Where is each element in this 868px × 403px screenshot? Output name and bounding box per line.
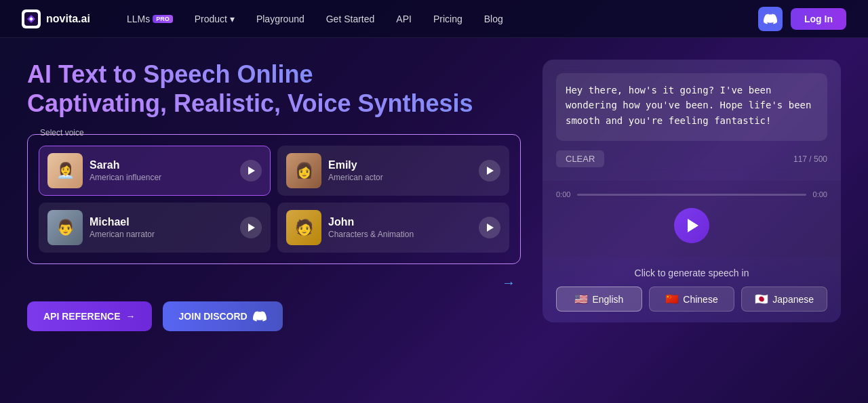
voice-card-john[interactable]: 🧑 John Characters & Animation: [277, 203, 509, 253]
language-label-japanese: Japanese: [772, 294, 814, 305]
hero-title: AI Text to Speech Online Captivating, Re…: [27, 60, 521, 118]
language-button-japanese[interactable]: 🇯🇵 Japanese: [741, 287, 827, 312]
language-label-chinese: Chinese: [683, 294, 717, 305]
time-end: 0:00: [813, 190, 827, 198]
language-box: Click to generate speech in 🇺🇸 English 🇨…: [542, 257, 841, 322]
scroll-right-icon: →: [502, 275, 515, 291]
time-start: 0:00: [556, 190, 570, 198]
play-icon-john: [487, 224, 494, 232]
big-play-button[interactable]: [674, 208, 709, 243]
nav-item-pricing[interactable]: Pricing: [424, 9, 472, 28]
clear-button[interactable]: CLEAR: [556, 150, 604, 167]
voice-desc-john: Characters & Animation: [328, 230, 472, 239]
language-button-chinese[interactable]: 🇨🇳 Chinese: [649, 287, 735, 312]
play-button-michael[interactable]: [240, 217, 262, 238]
voice-name-john: John: [328, 216, 472, 228]
nav-item-api[interactable]: API: [387, 9, 421, 28]
discord-nav-button[interactable]: [758, 7, 783, 31]
discord-icon: [253, 310, 267, 323]
voice-name-sarah: Sarah: [90, 159, 233, 171]
progress-bar-container: 0:00 0:00: [556, 190, 827, 198]
login-button[interactable]: Log In: [791, 8, 846, 30]
audio-player: 0:00 0:00: [542, 181, 841, 257]
nav-item-blog[interactable]: Blog: [475, 9, 513, 28]
tts-controls: CLEAR 117 / 500: [556, 150, 827, 167]
main-content: AI Text to Speech Online Captivating, Re…: [0, 38, 868, 403]
voice-card-michael[interactable]: 👨 Michael American narrator: [39, 203, 271, 253]
voice-avatar-sarah: 👩‍💼: [47, 153, 83, 188]
play-button-john[interactable]: [479, 217, 500, 238]
nav-item-playground[interactable]: Playground: [247, 9, 314, 28]
speech-generator-title: Click to generate speech in: [556, 268, 827, 278]
char-count: 117 / 500: [793, 154, 827, 164]
voice-desc-michael: American narrator: [90, 230, 233, 239]
nav-item-product[interactable]: Product ▾: [185, 9, 244, 28]
cta-row: API REFERENCE → JOIN DISCORD: [27, 301, 521, 331]
voice-name-michael: Michael: [90, 216, 233, 228]
voice-desc-sarah: American influencer: [90, 173, 233, 182]
play-icon-sarah: [248, 167, 255, 175]
play-center: [556, 208, 827, 243]
tts-textarea[interactable]: Hey there, how's it going? I've been won…: [556, 73, 827, 141]
tts-box: Hey there, how's it going? I've been won…: [542, 60, 841, 181]
voice-card-sarah[interactable]: 👩‍💼 Sarah American influencer: [39, 146, 271, 196]
chevron-down-icon: ▾: [230, 14, 235, 24]
right-panel: Hey there, how's it going? I've been won…: [542, 60, 841, 381]
nav-right: Log In: [758, 7, 846, 31]
voice-grid: 👩‍💼 Sarah American influencer 👩 Emily Am…: [39, 146, 509, 253]
voice-selector: Select voice 👩‍💼 Sarah American influenc…: [27, 134, 521, 264]
navbar: novita.ai LLMs PRO Product ▾ Playground …: [0, 0, 868, 38]
flag-japanese: 🇯🇵: [755, 293, 768, 305]
voice-info-sarah: Sarah American influencer: [90, 159, 233, 182]
progress-bar[interactable]: [577, 194, 806, 196]
voice-info-michael: Michael American narrator: [90, 216, 233, 239]
language-buttons: 🇺🇸 English 🇨🇳 Chinese 🇯🇵 Japanese: [556, 287, 827, 312]
play-button-sarah[interactable]: [240, 160, 262, 182]
join-discord-button[interactable]: JOIN DISCORD: [163, 301, 283, 331]
api-reference-button[interactable]: API REFERENCE →: [27, 301, 152, 331]
voice-name-emily: Emily: [328, 159, 472, 171]
play-icon-michael: [248, 224, 255, 232]
logo-icon: [22, 9, 41, 28]
big-play-icon: [688, 219, 698, 232]
play-icon-emily: [487, 167, 494, 175]
nav-item-get-started[interactable]: Get Started: [317, 9, 384, 28]
voice-card-emily[interactable]: 👩 Emily American actor: [277, 146, 509, 196]
voice-info-john: John Characters & Animation: [328, 216, 472, 239]
brand-name: novita.ai: [46, 13, 90, 25]
arrow-row: →: [27, 275, 521, 291]
flag-english: 🇺🇸: [574, 293, 588, 305]
voice-info-emily: Emily American actor: [328, 159, 472, 182]
nav-links: LLMs PRO Product ▾ Playground Get Starte…: [117, 9, 758, 28]
language-button-english[interactable]: 🇺🇸 English: [556, 287, 642, 312]
select-voice-label: Select voice: [37, 128, 87, 137]
flag-chinese: 🇨🇳: [665, 293, 679, 305]
nav-item-llms[interactable]: LLMs PRO: [117, 9, 182, 28]
voice-desc-emily: American actor: [328, 173, 472, 182]
voice-avatar-emily: 👩: [286, 153, 321, 188]
logo[interactable]: novita.ai: [22, 9, 90, 28]
language-label-english: English: [592, 294, 623, 305]
llms-badge: PRO: [153, 15, 173, 23]
play-button-emily[interactable]: [479, 160, 500, 182]
arrow-right-icon: →: [126, 311, 136, 322]
voice-avatar-john: 🧑: [286, 210, 321, 245]
left-panel: AI Text to Speech Online Captivating, Re…: [27, 60, 521, 381]
voice-avatar-michael: 👨: [47, 210, 83, 245]
